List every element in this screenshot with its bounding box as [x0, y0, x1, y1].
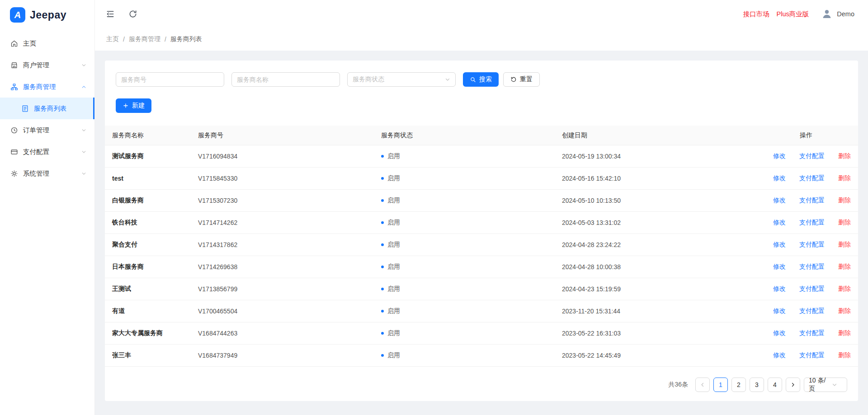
sidebar-item-payment-config[interactable]: 支付配置 [0, 141, 94, 163]
status-label: 启用 [387, 174, 400, 182]
menu-fold-icon[interactable] [106, 9, 115, 19]
edit-link[interactable]: 修改 [773, 196, 786, 205]
edit-link[interactable]: 修改 [773, 351, 786, 359]
status-dot [381, 288, 384, 290]
pay-config-link[interactable]: 支付配置 [799, 329, 825, 337]
provider-status-cell: 启用 [374, 329, 555, 337]
pagination-page-4[interactable]: 4 [768, 378, 782, 392]
sidebar-item-provider-list[interactable]: 服务商列表 [0, 98, 94, 119]
chevron-down-icon [81, 128, 86, 133]
sidebar-item-merchant-management[interactable]: 商户管理 [0, 54, 94, 76]
edit-link[interactable]: 修改 [773, 285, 786, 293]
provider-no-input[interactable] [116, 72, 224, 87]
delete-link[interactable]: 删除 [838, 152, 851, 160]
user-name[interactable]: Demo [837, 10, 854, 18]
reload-icon[interactable] [128, 9, 137, 19]
new-provider-button[interactable]: 新建 [116, 98, 151, 113]
sidebar-item-order-management[interactable]: 订单管理 [0, 119, 94, 141]
pay-config-link[interactable]: 支付配置 [799, 174, 825, 182]
user-avatar-icon[interactable] [821, 9, 832, 19]
api-market-link[interactable]: 接口市场 [743, 10, 769, 19]
delete-link[interactable]: 删除 [838, 219, 851, 227]
provider-name-cell: 聚合支付 [105, 241, 191, 249]
edit-link[interactable]: 修改 [773, 174, 786, 182]
chevron-right-icon [790, 382, 796, 387]
pay-config-link[interactable]: 支付配置 [799, 351, 825, 359]
filter-bar: 服务商状态 搜索 [105, 72, 858, 87]
search-button-label: 搜索 [479, 75, 492, 84]
sidebar-item-home[interactable]: 主页 [0, 33, 94, 54]
chevron-down-icon [81, 63, 86, 68]
edit-link[interactable]: 修改 [773, 307, 786, 315]
pagination-page-2[interactable]: 2 [731, 378, 746, 392]
pay-config-link[interactable]: 支付配置 [799, 307, 825, 315]
sidebar-item-label: 服务商管理 [23, 83, 56, 91]
table-row: 铁台科技 V1714714262 启用 2024-05-03 13:31:02 … [105, 212, 858, 234]
breadcrumb-provider-management[interactable]: 服务商管理 [129, 35, 160, 43]
pay-config-link[interactable]: 支付配置 [799, 241, 825, 249]
pay-config-link[interactable]: 支付配置 [799, 152, 825, 160]
provider-no-cell: V1700465504 [191, 308, 374, 315]
topbar: 接口市场 Plus商业版 Demo [95, 0, 868, 28]
pagination-next-button[interactable] [786, 378, 800, 392]
search-button[interactable]: 搜索 [463, 72, 499, 87]
actions-cell: 修改 支付配置 删除 [754, 219, 858, 227]
delete-link[interactable]: 删除 [838, 285, 851, 293]
delete-link[interactable]: 删除 [838, 241, 851, 249]
pay-config-link[interactable]: 支付配置 [799, 196, 825, 205]
edit-link[interactable]: 修改 [773, 241, 786, 249]
reset-icon [510, 76, 517, 83]
breadcrumb-home[interactable]: 主页 [106, 35, 119, 43]
plus-edition-link[interactable]: Plus商业版 [777, 10, 809, 19]
provider-no-cell: V1714269638 [191, 263, 374, 270]
delete-link[interactable]: 删除 [838, 329, 851, 337]
column-header-status: 服务商状态 [374, 131, 555, 140]
sidebar-item-label: 主页 [23, 39, 36, 48]
delete-link[interactable]: 删除 [838, 263, 851, 271]
edit-link[interactable]: 修改 [773, 219, 786, 227]
provider-status-cell: 启用 [374, 351, 555, 359]
provider-status-cell: 启用 [374, 174, 555, 182]
status-label: 启用 [387, 219, 400, 227]
pagination-page-1[interactable]: 1 [713, 378, 728, 392]
toolbar: 新建 [105, 98, 858, 113]
delete-link[interactable]: 删除 [838, 307, 851, 315]
created-date-cell: 2023-05-22 14:45:49 [555, 352, 754, 359]
actions-cell: 修改 支付配置 删除 [754, 351, 858, 359]
provider-name-cell: 日本服务商 [105, 263, 191, 271]
delete-link[interactable]: 删除 [838, 174, 851, 182]
provider-name-input[interactable] [231, 72, 340, 87]
sidebar-item-provider-management[interactable]: 服务商管理 [0, 76, 94, 98]
reset-button[interactable]: 重置 [503, 72, 540, 87]
sidebar-item-label: 系统管理 [23, 169, 49, 178]
pagination-page-3[interactable]: 3 [750, 378, 764, 392]
delete-link[interactable]: 删除 [838, 196, 851, 205]
created-date-cell: 2023-11-20 15:31:44 [555, 308, 754, 315]
table-row: 聚合支付 V1714317862 启用 2024-04-28 23:24:22 … [105, 234, 858, 256]
table-row: test V1715845330 启用 2024-05-16 15:42:10 … [105, 168, 858, 190]
pay-config-link[interactable]: 支付配置 [799, 285, 825, 293]
provider-no-cell: V1713856799 [191, 285, 374, 293]
brand-logo[interactable]: A Jeepay [0, 0, 94, 30]
provider-no-cell: V1684744263 [191, 330, 374, 337]
edit-link[interactable]: 修改 [773, 152, 786, 160]
actions-cell: 修改 支付配置 删除 [754, 152, 858, 160]
chevron-down-icon [81, 149, 86, 154]
provider-status-select[interactable]: 服务商状态 [347, 72, 456, 87]
delete-link[interactable]: 删除 [838, 351, 851, 359]
actions-cell: 修改 支付配置 删除 [754, 329, 858, 337]
provider-list-card: 服务商状态 搜索 [105, 61, 858, 401]
pay-config-link[interactable]: 支付配置 [799, 263, 825, 271]
actions-cell: 修改 支付配置 删除 [754, 307, 858, 315]
merchant-icon [10, 61, 18, 69]
provider-status-cell: 启用 [374, 196, 555, 205]
edit-link[interactable]: 修改 [773, 329, 786, 337]
created-date-cell: 2024-05-16 15:42:10 [555, 175, 754, 182]
status-dot [381, 310, 384, 312]
edit-link[interactable]: 修改 [773, 263, 786, 271]
page-size-select[interactable]: 10 条/页 [804, 378, 847, 392]
sidebar-item-label: 支付配置 [23, 148, 49, 156]
pay-config-link[interactable]: 支付配置 [799, 219, 825, 227]
pagination-prev-button[interactable] [695, 378, 710, 392]
sidebar-item-system-management[interactable]: 系统管理 [0, 163, 94, 184]
